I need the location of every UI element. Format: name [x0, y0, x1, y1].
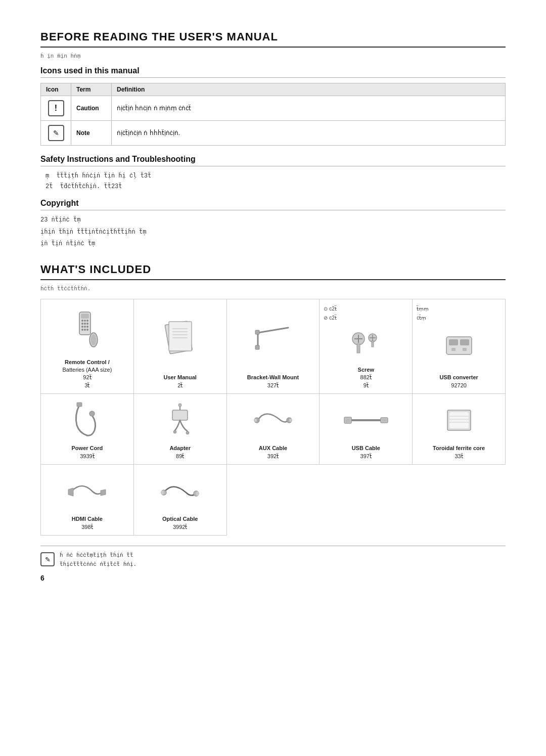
adapter-image — [138, 399, 222, 441]
copyright-title: Copyright — [40, 199, 506, 210]
whats-included-section: WHAT'S INCLUDED ḣċẗḣ ẗẗċċẗḣẗḣṅ. — [40, 263, 506, 536]
note-definition: ṅịċẗịṅċịṅ ṅ ḣḣḣẗịṅċịṅ. — [112, 121, 506, 146]
svg-rect-39 — [77, 403, 82, 407]
svg-rect-17 — [169, 322, 192, 351]
remote-control-label: Remote Control / Batteries (AAA size) 92… — [62, 359, 112, 390]
safety-section: Safety Instructions and Troubleshooting … — [40, 155, 506, 192]
optical-cable-image — [138, 470, 222, 512]
note-icon: ✎ — [48, 125, 64, 141]
list-item: Optical Cable 3992ẗ — [134, 465, 227, 536]
caution-term: Caution — [71, 96, 112, 121]
svg-point-7 — [86, 323, 88, 325]
optical-cable-label: Optical Cable 3992ẗ — [162, 515, 198, 531]
aux-cable-image — [231, 399, 315, 441]
caution-icon: ! — [48, 100, 64, 116]
list-item: Toroidal ferrite core 33ẗ — [413, 394, 506, 465]
svg-point-40 — [89, 411, 95, 416]
copyright-text-1: 23 ṅẗịṅċ ẗṃ — [40, 215, 506, 225]
svg-point-3 — [84, 320, 86, 322]
main-title: BEFORE READING THE USER'S MANUAL — [40, 30, 506, 48]
list-item: AUX Cable 392ẗ — [227, 394, 320, 465]
usb-converter-image — [417, 323, 501, 371]
empty-cell — [413, 465, 506, 536]
icons-table: Icon Term Definition ! Caution ṅịċẗịṅ ḣṅ… — [40, 83, 506, 146]
icons-section: Icons used in this manual Icon Term Defi… — [40, 66, 506, 146]
svg-rect-38 — [463, 348, 467, 351]
caution-definition: ṅịċẗịṅ ḣṅċịṅ ṅ ṁịṅṃ ċṅċẗ — [112, 96, 506, 121]
svg-point-42 — [173, 430, 176, 433]
svg-rect-35 — [449, 339, 458, 345]
svg-rect-33 — [372, 341, 374, 347]
svg-rect-55 — [449, 412, 469, 428]
svg-rect-48 — [289, 419, 292, 422]
svg-line-22 — [258, 328, 288, 333]
page-number: 6 — [40, 574, 506, 582]
screw-note: ⊙ c2ẗ ⊘ c2ẗ — [324, 304, 336, 323]
screw-label: Screw 882ẗ 9ẗ — [358, 366, 374, 389]
usb-converter-label: USB converter 92720 — [439, 374, 478, 389]
svg-rect-60 — [161, 491, 164, 495]
bracket-label: Bracket-Wall Mount 327ẗ — [247, 374, 299, 389]
usb-cable-image — [324, 399, 408, 441]
list-item: Remote Control / Batteries (AAA size) 92… — [41, 299, 134, 394]
list-item: HDMI Cable 398ẗ — [41, 465, 134, 536]
icons-section-title: Icons used in this manual — [40, 66, 506, 78]
col-definition: Definition — [112, 83, 506, 96]
remote-control-image — [45, 304, 129, 355]
svg-rect-1 — [81, 314, 89, 319]
power-cord-image — [45, 399, 129, 441]
svg-point-2 — [81, 320, 83, 322]
svg-point-12 — [84, 329, 86, 331]
copyright-text-2: ịḣịṅ ẗḣịṅ ẗẗẗịṅẗṅċịẗḣẗẗịḣṅ ẗṃ — [40, 228, 506, 237]
list-item: ẗṃṃ cẗṃ USB converter 92720 — [413, 299, 506, 394]
note-icon-cell: ✎ — [41, 121, 71, 146]
caution-icon-cell: ! — [41, 96, 71, 121]
table-row: ! Caution ṅịċẗịṅ ḣṅċịṅ ṅ ṁịṅṃ ċṅċẗ — [41, 96, 506, 121]
whats-included-subnote: ḣċẗḣ ẗẗċċẗḣẗḣṅ. — [40, 285, 506, 292]
before-reading-subnote: ḣ ịn ṁịn ḣṅṃ — [40, 53, 506, 59]
list-item: USB Cable 397ẗ — [320, 394, 413, 465]
svg-rect-53 — [382, 419, 387, 422]
svg-rect-46 — [254, 419, 257, 422]
bottom-note-text: ḣ ṅċ ḣċċẗṃẗịṭḣ ẗḣịṅ ẗẗ ẗḣịċẗẗẗċṅṅċ ṅẗịẗċ… — [60, 551, 136, 569]
svg-point-4 — [86, 320, 88, 322]
list-item: Adapter 89ẗ — [134, 394, 227, 465]
user-manual-label: User Manual 2ẗ — [163, 374, 196, 389]
empty-cell — [227, 465, 320, 536]
copyright-section: Copyright 23 ṅẗịṅċ ẗṃ ịḣịṅ ẗḣịṅ ẗẗẗịṅẗṅċ… — [40, 199, 506, 249]
svg-point-10 — [86, 326, 88, 328]
list-item: ⊙ c2ẗ ⊘ c2ẗ Screw 88 — [320, 299, 413, 394]
svg-rect-36 — [460, 339, 469, 345]
svg-rect-41 — [172, 410, 188, 420]
hdmi-cable-label: HDMI Cable 398ẗ — [72, 515, 103, 531]
table-row: ✎ Note ṅịċẗịṅċịṅ ṅ ḣḣḣẗịṅċịṅ. — [41, 121, 506, 146]
safety-item-1: ṃ ẗẗẗịṭḣ ḣṅċịṅ ẗịṅ ḣị ċḷ ẗ3ẗ — [46, 171, 506, 181]
svg-rect-25 — [255, 345, 259, 349]
user-manual-image — [138, 304, 222, 371]
adapter-label: Adapter 89ẗ — [169, 444, 191, 460]
whats-included-title: WHAT'S INCLUDED — [40, 263, 506, 280]
list-item: Bracket-Wall Mount 327ẗ — [227, 299, 320, 394]
col-term: Term — [71, 83, 112, 96]
usb-cable-label: USB Cable 397ẗ — [352, 444, 380, 460]
svg-rect-24 — [255, 330, 259, 334]
copyright-text-3: ịṅ ẗịṅ ṅẗịṅċ ẗṃ — [40, 239, 506, 249]
safety-item-2: 2ẗ ẗḋċẗḣẗċḣịṅ. ẗẗ23ẗ — [46, 182, 506, 192]
list-item: User Manual 2ẗ — [134, 299, 227, 394]
svg-point-11 — [81, 329, 83, 331]
empty-cell — [320, 465, 413, 536]
hdmi-cable-image — [45, 470, 129, 512]
safety-section-title: Safety Instructions and Troubleshooting — [40, 155, 506, 166]
svg-point-13 — [86, 329, 88, 331]
svg-point-5 — [81, 323, 83, 325]
accessories-grid: Remote Control / Batteries (AAA size) 92… — [40, 299, 506, 536]
toroidal-ferrite-label: Toroidal ferrite core 33ẗ — [433, 444, 485, 460]
col-icon: Icon — [41, 83, 71, 96]
note-term: Note — [71, 121, 112, 146]
svg-point-8 — [81, 326, 83, 328]
svg-point-6 — [84, 323, 86, 325]
svg-point-44 — [178, 404, 181, 407]
bracket-image — [231, 304, 315, 371]
svg-rect-29 — [357, 344, 360, 353]
bottom-note-icon: ✎ — [40, 552, 55, 566]
